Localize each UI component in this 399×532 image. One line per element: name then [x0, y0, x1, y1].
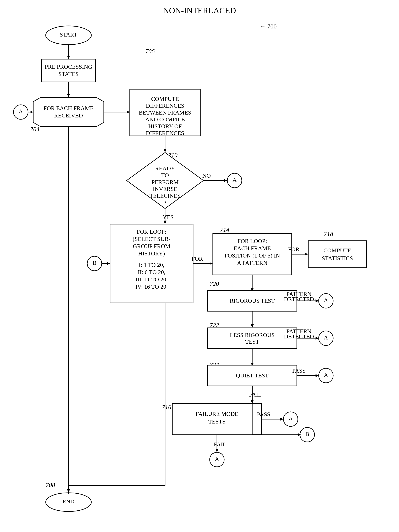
less-rigorous-1: LESS RIGOROUS: [230, 332, 274, 338]
less-rigorous-2: TEST: [245, 338, 259, 345]
svg-marker-20: [164, 221, 167, 224]
failure-mode-2: TESTS: [208, 418, 225, 425]
ref-700: ← 700: [259, 23, 277, 30]
circle-a-quiet: A: [324, 372, 328, 378]
ref-714: 714: [220, 226, 229, 233]
for-loop-outer-1: FOR LOOP:: [137, 228, 166, 235]
failure-mode-1: FAILURE MODE: [196, 411, 238, 417]
svg-marker-11: [127, 111, 130, 114]
pass-quiet: PASS: [292, 367, 306, 374]
svg-marker-26: [210, 262, 213, 265]
for-loop-outer-2: (SELECT SUB-: [133, 236, 170, 242]
svg-marker-35: [315, 299, 319, 302]
compute-diff-5: HISTORY OF: [148, 123, 182, 129]
ref-706: 706: [145, 48, 155, 55]
svg-marker-14: [164, 149, 167, 152]
for-each-frame-node: FOR EACH FRAME: [43, 105, 93, 111]
ref-722: 722: [210, 322, 219, 329]
pass-failure: PASS: [257, 411, 270, 418]
circle-a-less-rigorous: A: [324, 334, 328, 341]
svg-marker-17: [224, 179, 227, 182]
svg-rect-3: [42, 59, 96, 82]
ref-720: 720: [210, 280, 219, 287]
compute-stats-2: STATISTICS: [322, 255, 353, 261]
for-loop-outer-8: IV: 16 TO 20.: [135, 283, 168, 290]
rigorous-test: RIGOROUS TEST: [230, 298, 275, 304]
svg-marker-24: [107, 262, 110, 265]
quiet-test: QUIET TEST: [236, 372, 269, 379]
circle-b-left: B: [93, 260, 97, 266]
ref-704: 704: [30, 126, 39, 132]
pre-processing-node2: STATES: [58, 71, 78, 77]
ref-718: 718: [324, 230, 333, 237]
svg-rect-30: [308, 241, 367, 268]
ready-5: TELECINES: [149, 193, 180, 199]
svg-marker-57: [215, 449, 219, 452]
compute-diff-4: AND COMPILE: [145, 116, 185, 123]
ref-716: 716: [162, 404, 171, 410]
svg-marker-53: [280, 418, 283, 421]
svg-marker-41: [315, 337, 319, 340]
svg-marker-9: [31, 111, 33, 113]
pattern-detected-1b: DETECTED: [284, 296, 314, 302]
for-loop-outer-3: GROUP FROM: [133, 243, 170, 249]
for-loop-inner-1: FOR LOOP:: [238, 238, 267, 244]
circle-a-rigorous: A: [324, 297, 328, 303]
circle-a-left: A: [19, 108, 23, 114]
svg-marker-66: [67, 489, 70, 493]
compute-diff-3: BETWEEN FRAMES: [139, 109, 191, 116]
for-label-outer: FOR: [192, 255, 203, 262]
start-node: START: [60, 31, 77, 38]
compute-diff-1: COMPUTE: [151, 96, 179, 102]
compute-stats-1: COMPUTE: [323, 247, 351, 253]
ready-6: ?: [164, 199, 166, 206]
circle-a-failure-pass: A: [289, 415, 293, 422]
svg-marker-2: [67, 56, 70, 59]
svg-marker-47: [315, 374, 319, 377]
circle-b-bottom: B: [305, 431, 309, 437]
title: NON-INTERLACED: [163, 6, 236, 15]
ready-1: READY: [155, 165, 175, 171]
ready-3: PERFORM: [152, 179, 179, 185]
fail-failure: FAIL: [214, 441, 226, 448]
end-node: END: [63, 498, 75, 505]
ref-708: 708: [46, 481, 55, 488]
for-loop-outer-7: III: 11 TO 20,: [135, 276, 167, 283]
circle-a-no: A: [232, 177, 237, 183]
for-loop-inner-2: EACH FRAME: [233, 245, 271, 252]
circle-a-failure-fail: A: [215, 456, 219, 462]
compute-diff-6: DIFFERENCES: [146, 130, 184, 136]
svg-marker-38: [251, 324, 254, 328]
svg-marker-5: [67, 94, 70, 97]
fail-quiet: FAIL: [249, 391, 262, 398]
yes-label: YES: [163, 214, 174, 220]
for-loop-inner-3: POSITION (1 OF 5) IN: [225, 252, 280, 259]
ready-4: INVERSE: [153, 186, 177, 192]
svg-marker-29: [305, 253, 308, 255]
svg-marker-6: [33, 97, 104, 127]
no-label: NO: [202, 172, 211, 179]
for-loop-inner-4: A PATTERN: [237, 260, 267, 266]
for-each-frame-node2: RECEIVED: [54, 112, 83, 119]
pre-processing-node: PRE PROCESSING: [45, 63, 92, 70]
for-label-inner: FOR: [288, 246, 300, 253]
diagram-container: NON-INTERLACED ← 700 START 702 PRE PROCE…: [0, 0, 399, 532]
for-loop-outer-5: I: 1 TO 20,: [139, 262, 164, 268]
for-loop-outer-4: HISTORY): [138, 250, 165, 257]
ready-2: TO: [161, 172, 169, 178]
compute-diff-2: DIFFERENCES: [146, 102, 184, 109]
for-loop-outer-6: II: 6 TO 20,: [138, 269, 166, 275]
pattern-detected-2b: DETECTED: [284, 333, 314, 340]
